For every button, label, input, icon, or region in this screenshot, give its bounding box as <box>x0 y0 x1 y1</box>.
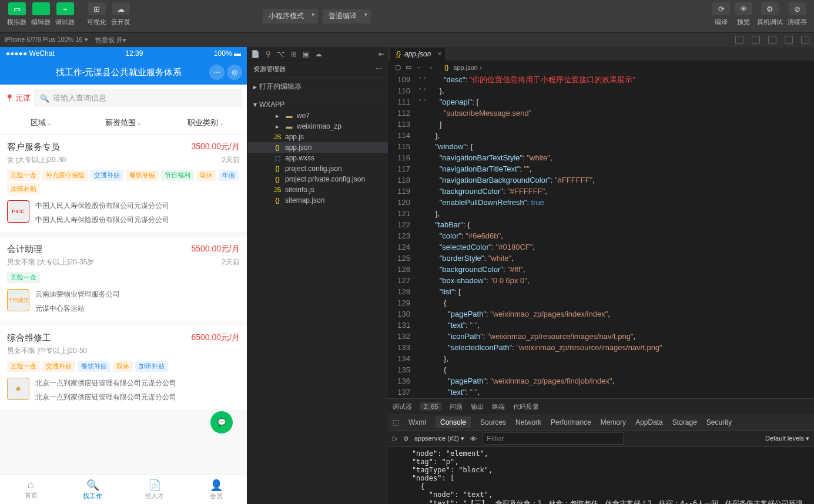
cloud-icon[interactable]: ☁ <box>315 50 322 58</box>
action-icon[interactable] <box>801 36 809 44</box>
debugger-tab[interactable]: 输出 <box>471 402 484 411</box>
open-editors-section[interactable]: ▸ 打开的编辑器 <box>247 80 388 93</box>
toolbar-调试器[interactable]: ⌁调试器 <box>55 2 75 26</box>
simulator-pane: ●●●●● WeChat 12:39 100% ▬ 找工作-元谋县公共就业服务体… <box>0 47 247 504</box>
devtools-tab[interactable]: Console <box>436 416 471 428</box>
toolbar-可视化[interactable]: ⊞可视化 <box>87 2 106 26</box>
toolbar-真机调试[interactable]: ⚙真机调试 <box>757 2 783 26</box>
debugger-tab[interactable]: 终端 <box>492 402 505 411</box>
chat-fab[interactable]: 💬 <box>210 411 233 434</box>
tree-item[interactable]: {}project.config.json <box>247 163 388 174</box>
debugger-tab[interactable]: 问题 <box>450 402 463 411</box>
devtools-tab[interactable]: Security <box>706 418 732 426</box>
run-icon[interactable]: ▷ <box>393 435 397 442</box>
tabbar-item[interactable]: ⌂首页 <box>0 475 62 504</box>
hot-reload-toggle[interactable]: 热重载 开▾ <box>95 36 126 45</box>
tabbar-item[interactable]: 👤会员 <box>185 475 247 504</box>
devtools-tab[interactable]: Network <box>515 418 541 426</box>
debug-icon[interactable]: ▣ <box>303 50 309 58</box>
clear-icon[interactable]: ⊘ <box>403 435 408 442</box>
tree-item[interactable]: JSsiteinfo.js <box>247 184 388 195</box>
mode-select[interactable]: 小程序模式 <box>263 9 318 23</box>
levels-select[interactable]: Default levels ▾ <box>765 435 809 442</box>
toolbar-编译[interactable]: ⟳编译 <box>712 2 730 26</box>
tabbar-item[interactable]: 📄招人才 <box>123 475 185 504</box>
simulator-toolbar: iPhone 6/7/8 Plus 100% 16 ▾ 热重载 开▾ <box>0 33 814 47</box>
action-icon[interactable] <box>735 36 743 44</box>
toolbar-模拟器[interactable]: ▭模拟器 <box>7 2 26 26</box>
debugger-tab[interactable]: 调试器 <box>393 402 412 411</box>
code-editor[interactable]: "desc": "你的位置信息将用于小程序位置接口的效果展示" }, "open… <box>427 74 814 398</box>
capsule-menu-icon[interactable]: ⋯ <box>209 65 225 80</box>
compile-select[interactable]: 普通编译 <box>323 9 371 23</box>
filter-tab[interactable]: 区域 <box>0 112 82 134</box>
toolbar-清缓存[interactable]: ⊘清缓存 <box>788 2 807 26</box>
tree-item[interactable]: ⬚app.wxss <box>247 153 388 163</box>
debugger-pane: 调试器2, 85问题输出终端代码质量 ⬚ WxmlConsoleSourcesN… <box>388 398 814 504</box>
collapse-icon[interactable]: ⇤ <box>378 50 384 58</box>
job-card[interactable]: 客户服务专员3500.00元/月 女 |大专以上|20-302天前 五险一金补充… <box>0 135 247 232</box>
tree-item[interactable]: {}project.private.config.json <box>247 174 388 184</box>
devtools-tab[interactable]: AppData <box>635 418 663 426</box>
explorer-pane: 📄 ⚲ ⌥ ⊞ ▣ ☁ ⇤ 资源管理器 ⋯ ▸ 打开的编辑器 ▾ WXAPP ▸… <box>247 47 388 504</box>
editor-tab[interactable]: {}app.json× <box>390 48 445 61</box>
explorer-header: 资源管理器 ⋯ <box>247 61 388 77</box>
close-tab-icon[interactable]: × <box>437 50 441 58</box>
phone-nav-bar: 找工作-元谋县公共就业服务体系 ⋯ ◎ <box>0 60 247 85</box>
search-input[interactable]: 🔍请输入查询信息 <box>34 89 242 107</box>
eye-icon[interactable]: 👁 <box>470 435 477 442</box>
page-title: 找工作-元谋县公共就业服务体系 <box>28 67 209 78</box>
search-icon[interactable]: ⚲ <box>266 50 271 58</box>
debugger-tab[interactable]: 代码质量 <box>513 402 539 411</box>
device-select[interactable]: iPhone 6/7/8 Plus 100% 16 ▾ <box>5 36 88 45</box>
devtools-tab[interactable]: Sources <box>480 418 506 426</box>
toolbar-编辑器[interactable]: 编辑器 <box>31 2 51 26</box>
devtools-tab[interactable]: Performance <box>551 418 591 426</box>
filter-tab[interactable]: 职业类别 <box>165 112 247 134</box>
filter-input[interactable] <box>483 432 624 445</box>
console-output: "node": "element", "tag": "p", "tagType"… <box>388 447 814 504</box>
toolbar-预览[interactable]: 👁预览 <box>735 2 752 26</box>
scope-select[interactable]: appservice (#2) ▾ <box>414 435 464 442</box>
tree-item[interactable]: ▸▬we7 <box>247 110 388 121</box>
tree-item[interactable]: JSapp.js <box>247 132 388 142</box>
branch-icon[interactable]: ⌥ <box>277 50 285 58</box>
phone-status-bar: ●●●●● WeChat 12:39 100% ▬ <box>0 47 247 60</box>
devtools-tab[interactable]: Memory <box>601 418 626 426</box>
devtools-tab[interactable]: Storage <box>672 418 697 426</box>
action-icon[interactable] <box>785 36 793 44</box>
tree-item[interactable]: ▸▬weixinmao_zp <box>247 121 388 132</box>
action-icon[interactable] <box>752 36 760 44</box>
tree-item[interactable]: {}sitemap.json <box>247 195 388 206</box>
tabbar-item[interactable]: 🔍找工作 <box>62 475 123 504</box>
project-root[interactable]: ▾ WXAPP <box>247 99 388 110</box>
inspect-icon[interactable]: ⬚ <box>393 418 399 426</box>
action-icon[interactable] <box>768 36 776 44</box>
breadcrumb[interactable]: ▢▭←→ {}app.json › <box>388 61 814 74</box>
filter-tab[interactable]: 薪资范围 <box>82 112 165 134</box>
top-toolbar: ▭模拟器编辑器⌁调试器⊞可视化☁云开发 小程序模式 普通编译 ⟳编译👁预览⚙真机… <box>0 0 814 33</box>
debugger-tab[interactable]: 2, 85 <box>420 402 441 411</box>
devtools-tab[interactable]: Wxml <box>408 418 426 426</box>
files-icon[interactable]: 📄 <box>251 50 260 58</box>
job-card[interactable]: 综合维修工6500.00元/月 男女不限 |中专以上|20-50 五险一金交通补… <box>0 325 247 409</box>
ext-icon[interactable]: ⊞ <box>291 50 297 58</box>
location-picker[interactable]: 📍元谋 <box>5 89 31 107</box>
editor-pane: {}app.json× ▢▭←→ {}app.json › 109 110 11… <box>388 47 814 504</box>
capsule-close-icon[interactable]: ◎ <box>227 65 242 80</box>
job-card[interactable]: 会计助理5500.00元/月 男女不限 |大专以上|20-35岁2天前 五险一金… <box>0 237 247 321</box>
tree-item[interactable]: {}app.json <box>247 142 388 153</box>
toolbar-云开发[interactable]: ☁云开发 <box>111 2 130 26</box>
